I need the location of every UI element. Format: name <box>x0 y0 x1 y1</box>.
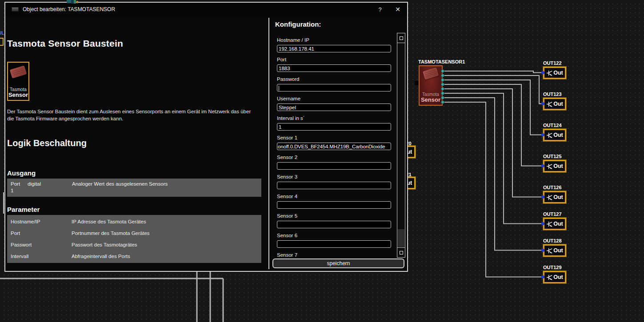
out-node[interactable]: Out <box>543 191 566 203</box>
node-label: OUT125 <box>543 154 562 159</box>
output-transistor-icon <box>546 274 553 281</box>
sensor-node-label: TASMOTASENSOR1 <box>418 59 465 64</box>
out-node[interactable]: Out <box>543 129 566 141</box>
field-label: Sensor 3 <box>277 174 398 179</box>
output-transistor-icon <box>546 132 553 139</box>
output-transistor-icon <box>546 70 553 76</box>
tasmota-sensor-node[interactable]: Tasmota Sensor <box>419 65 443 106</box>
background-window-fragment <box>74 0 76 4</box>
table-row: PortPortnummer des Tasmota Gerätes <box>7 227 261 239</box>
sensor-output-port[interactable] <box>441 78 444 82</box>
edit-object-dialog: Object bearbeiten: TASMOTASENSOR ? ✕ Tas… <box>4 2 408 272</box>
output-transistor-icon <box>546 221 553 227</box>
table-row: IntervallAbfrageintervall des Ports <box>7 250 261 262</box>
editor-canvas: UL OUT120 Out OUT121 Out TASMOTASENSOR1 … <box>0 0 644 322</box>
node-input-port[interactable] <box>541 102 544 105</box>
interval-input[interactable]: 1 <box>277 123 391 131</box>
close-button[interactable]: ✕ <box>390 3 405 16</box>
sensor-output-port[interactable] <box>441 91 444 95</box>
node-input-port[interactable] <box>541 195 544 199</box>
block-preview: Tasmota Sensor <box>7 62 29 101</box>
tasmota-chip-image <box>423 68 439 80</box>
out-node-text: Out <box>553 163 563 169</box>
node-input-port[interactable] <box>541 275 544 278</box>
field-label: Sensor 5 <box>277 213 398 219</box>
scroll-square-icon <box>400 251 403 254</box>
out-node[interactable]: Out <box>543 244 566 257</box>
sensor-output-port[interactable] <box>441 83 444 86</box>
text-caret <box>279 86 279 91</box>
sensor-caption-bold: Sensor <box>420 97 442 103</box>
scrollbar-down-button[interactable] <box>397 247 405 257</box>
out-node-text: Out <box>553 194 563 200</box>
vertical-scrollbar[interactable] <box>397 33 405 258</box>
help-button[interactable]: ? <box>372 3 388 16</box>
param-section-heading: Parameter <box>7 206 261 213</box>
out-node-text: Out <box>553 247 563 254</box>
output-section-heading: Ausgang <box>7 169 261 177</box>
out-node[interactable]: Out <box>543 98 566 110</box>
sensor1-input[interactable]: onoff.0.DVES_BF2454.MHZ19B_CarbonDioxide <box>277 143 391 150</box>
configuration-panel: Konfiguration: Hostname / IP192.168.178.… <box>269 16 407 271</box>
sensor-output-port[interactable] <box>441 74 444 77</box>
out-node[interactable]: Out <box>543 271 566 283</box>
password-input[interactable] <box>277 84 391 91</box>
scrollbar-up-button[interactable] <box>397 33 405 43</box>
config-heading: Konfiguration: <box>275 20 321 28</box>
field-label: Sensor 4 <box>277 194 398 199</box>
username-input[interactable]: Steppel <box>277 103 391 111</box>
node-input-port[interactable] <box>541 133 544 136</box>
field-label: Sensor 2 <box>277 155 398 160</box>
field-label: Hostname / IP <box>277 37 398 43</box>
out-node[interactable]: Out <box>543 218 566 230</box>
clipped-block-fragment <box>0 38 4 46</box>
field-label: Sensor 6 <box>277 233 398 238</box>
sensor-output-port[interactable] <box>441 69 444 73</box>
output-transistor-icon <box>546 247 553 254</box>
node-input-port[interactable] <box>541 71 544 74</box>
hostname-ip-input[interactable]: 192.168.178.41 <box>277 45 391 52</box>
output-transistor-icon <box>546 101 553 107</box>
out-node-text: Out <box>553 70 563 76</box>
sensor2-input[interactable] <box>277 162 391 170</box>
out-node-text: Out <box>553 221 563 227</box>
documentation-panel: Tasmota Sensor Baustein Tasmota Sensor D… <box>5 16 268 271</box>
sensor6-input[interactable] <box>277 240 391 248</box>
sensor-output-port[interactable] <box>441 87 444 91</box>
tasmota-chip-image <box>10 65 27 78</box>
dialog-title: Object bearbeiten: TASMOTASENSOR <box>23 6 115 12</box>
node-input-port[interactable] <box>541 222 544 225</box>
sensor4-input[interactable] <box>277 201 391 209</box>
sensor3-input[interactable] <box>277 182 391 189</box>
doc-title: Tasmota Sensor Baustein <box>7 38 261 49</box>
scrollbar-thumb[interactable] <box>398 229 404 247</box>
sensor-input-port[interactable] <box>415 81 419 85</box>
config-fields-scroll-area: Hostname / IP192.168.178.41 Port1883 Pas… <box>269 36 398 257</box>
node-label: OUT122 <box>543 60 562 66</box>
out-node[interactable]: Out <box>543 67 566 79</box>
output-table-row: Port 1 digital Analoger Wert des ausgele… <box>7 179 261 197</box>
output-desc-cell: Analoger Wert des ausgelesenen Sensors <box>72 181 258 188</box>
out-node[interactable]: Out <box>543 160 566 172</box>
node-input-port[interactable] <box>541 249 544 252</box>
block-description: Der Tasmota Sensor Baustein dient zum Au… <box>7 108 257 123</box>
scroll-square-icon <box>400 36 403 40</box>
preview-caption-bold: Sensor <box>8 92 28 98</box>
output-transistor-icon <box>546 163 553 170</box>
node-label: OUT124 <box>543 123 562 128</box>
sensor5-input[interactable] <box>277 221 391 228</box>
dialog-titlebar[interactable]: Object bearbeiten: TASMOTASENSOR ? ✕ <box>5 3 407 16</box>
param-table: Hostname/IPIP Adresse des Tasmota Geräte… <box>7 215 261 263</box>
field-label: Interval in s´ <box>277 115 398 121</box>
node-input-port[interactable] <box>541 164 544 167</box>
output-type-cell: digital <box>28 181 72 188</box>
node-label: OUT128 <box>543 238 562 243</box>
sensor-output-port[interactable] <box>441 100 444 104</box>
port-input[interactable]: 1883 <box>277 64 391 72</box>
save-button[interactable]: speichern <box>272 258 404 268</box>
table-row: Hostname/IPIP Adresse des Tasmota Geräte… <box>7 216 261 227</box>
field-label: Username <box>277 96 398 101</box>
sensor-output-port[interactable] <box>441 96 444 99</box>
background-window-fragment <box>76 1 78 3</box>
field-label: Port <box>277 57 398 62</box>
